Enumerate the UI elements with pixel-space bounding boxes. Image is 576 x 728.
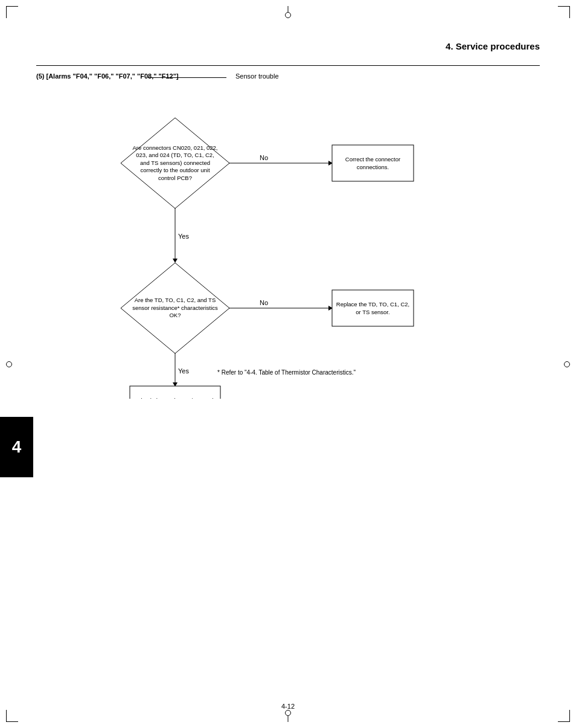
header-underline bbox=[36, 65, 540, 66]
center-top-circle bbox=[285, 12, 291, 18]
corner-mark-tl bbox=[6, 6, 18, 18]
center-right-circle bbox=[564, 361, 570, 367]
box1-text: Correct the connector connections. bbox=[332, 145, 414, 181]
center-left-circle bbox=[6, 361, 12, 367]
box3-text: Check the outdoor unit control PCB. Repl… bbox=[130, 386, 220, 399]
alarm-line bbox=[148, 77, 226, 78]
section-tab-number: 4 bbox=[12, 437, 22, 457]
page-header: 4. Service procedures bbox=[446, 41, 540, 51]
no2-label: No bbox=[260, 299, 268, 306]
corner-mark-br bbox=[558, 710, 570, 722]
corner-mark-tr bbox=[558, 6, 570, 18]
no1-label: No bbox=[260, 154, 268, 161]
center-bottom-circle bbox=[285, 710, 291, 716]
page-title: 4. Service procedures bbox=[446, 41, 540, 51]
section-tab: 4 bbox=[0, 417, 33, 477]
diamond1-text: Are connectors CN020, 021, 022, 023, and… bbox=[130, 126, 220, 201]
diamond2-text: Are the TD, TO, C1, C2, and TS sensor re… bbox=[130, 271, 220, 346]
note-text: * Refer to "4-4. Table of Thermistor Cha… bbox=[217, 369, 356, 376]
sensor-trouble-label: Sensor trouble bbox=[235, 72, 279, 80]
flowchart-svg: Are connectors CN020, 021, 022, 023, and… bbox=[36, 85, 540, 399]
yes1-label: Yes bbox=[178, 233, 189, 240]
alarm-label: (5) [Alarms "F04," "F06," "F07," "F08," … bbox=[36, 72, 179, 80]
yes2-label: Yes bbox=[178, 367, 189, 375]
page-number: 4-12 bbox=[281, 703, 295, 710]
svg-marker-1 bbox=[173, 259, 178, 263]
box2-text: Replace the TD, TO, C1, C2, or TS sensor… bbox=[332, 290, 414, 326]
corner-mark-bl bbox=[6, 710, 18, 722]
